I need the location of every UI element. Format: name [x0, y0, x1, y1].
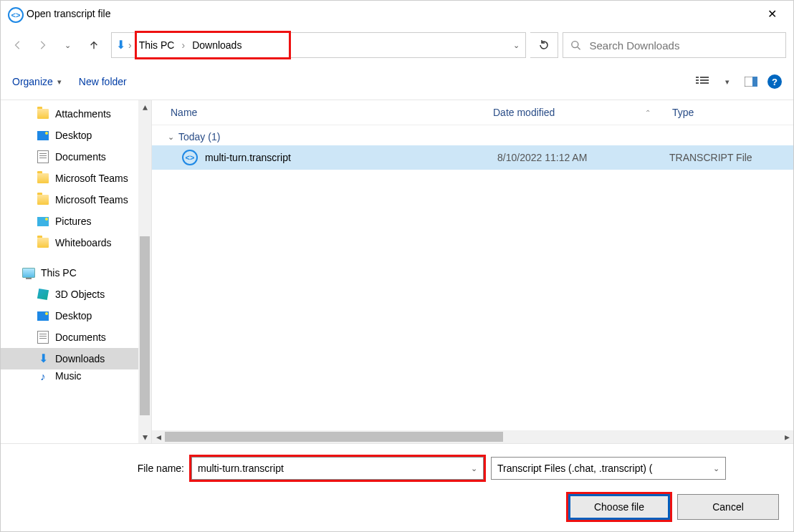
organize-button[interactable]: Organize▾ — [12, 76, 62, 87]
svg-point-0 — [572, 42, 578, 48]
file-type-filter[interactable]: Transcript Files (.chat, .transcript) ( … — [491, 457, 726, 480]
scroll-down-icon[interactable]: ▾ — [138, 430, 151, 443]
up-button[interactable] — [84, 35, 104, 55]
search-box[interactable] — [563, 32, 786, 58]
scroll-thumb[interactable] — [140, 236, 150, 415]
choose-file-button[interactable]: Choose file — [568, 494, 670, 520]
chevron-right-icon: › — [128, 39, 132, 51]
music-icon: ♪ — [37, 369, 49, 382]
back-button[interactable] — [8, 35, 28, 55]
search-icon — [570, 39, 580, 51]
view-dropdown[interactable]: ▾ — [717, 72, 736, 91]
group-today[interactable]: ⌄Today (1) — [152, 125, 793, 145]
search-input[interactable] — [588, 39, 785, 52]
nav-msteams[interactable]: Microsoft Teams — [1, 168, 151, 189]
window-title: Open transcript file — [27, 8, 757, 19]
close-icon[interactable]: ✕ — [757, 7, 786, 21]
nav-pc-documents[interactable]: Documents — [1, 327, 151, 348]
recent-dropdown[interactable]: ⌄ — [57, 35, 77, 55]
col-date[interactable]: Date modified⌃ — [486, 107, 665, 118]
new-folder-button[interactable]: New folder — [79, 76, 127, 87]
col-name[interactable]: Name — [152, 107, 486, 118]
downloads-icon: ⬇ — [116, 39, 125, 51]
scroll-left-icon[interactable]: ◂ — [152, 431, 165, 442]
nav-desktop[interactable]: Desktop — [1, 125, 151, 146]
nav-whiteboards[interactable]: Whiteboards — [1, 232, 151, 253]
transcript-file-icon: <> — [182, 150, 198, 165]
help-icon[interactable]: ? — [767, 74, 782, 89]
navigation-pane: Attachments Desktop Documents Microsoft … — [1, 100, 152, 443]
nav-attachments[interactable]: Attachments — [1, 103, 151, 125]
nav-scrollbar[interactable]: ▴ ▾ — [138, 100, 151, 443]
annotation-breadcrumb-highlight — [135, 31, 291, 59]
chevron-down-icon[interactable]: ⌄ — [471, 464, 477, 473]
forward-button[interactable] — [32, 35, 52, 55]
chevron-down-icon[interactable]: ⌄ — [713, 464, 719, 473]
cancel-button[interactable]: Cancel — [677, 494, 779, 520]
chevron-down-icon: ⌄ — [168, 132, 174, 142]
nav-pictures[interactable]: Pictures — [1, 211, 151, 232]
svg-rect-9 — [752, 77, 757, 87]
filename-input[interactable]: multi-turn.transcript ⌄ — [191, 457, 484, 480]
preview-pane-icon[interactable] — [742, 72, 760, 91]
nav-thispc[interactable]: This PC — [1, 262, 151, 284]
nav-pc-downloads[interactable]: ⬇Downloads — [1, 348, 151, 369]
view-list-icon[interactable] — [693, 72, 712, 91]
svg-rect-5 — [700, 77, 709, 78]
hscroll-thumb[interactable] — [165, 432, 503, 442]
file-name: multi-turn.transcript — [205, 152, 291, 163]
nav-pc-desktop[interactable]: Desktop — [1, 305, 151, 327]
refresh-button[interactable] — [530, 32, 558, 58]
nav-3dobjects[interactable]: 3D Objects — [1, 284, 151, 305]
svg-rect-7 — [700, 82, 709, 84]
address-bar[interactable]: ⬇ › This PC › Downloads ⌄ — [111, 32, 526, 58]
filename-label: File name: — [12, 463, 184, 474]
file-row[interactable]: <>multi-turn.transcript 8/10/2022 11:12 … — [152, 145, 793, 170]
download-icon: ⬇ — [37, 352, 49, 365]
sort-indicator-icon: ⌃ — [645, 109, 651, 117]
file-date: 8/10/2022 11:12 AM — [497, 152, 669, 163]
svg-rect-2 — [696, 77, 699, 78]
file-type: TRANSCRIPT File — [669, 152, 793, 163]
column-headers: Name Date modified⌃ Type — [152, 100, 793, 125]
list-hscrollbar[interactable]: ◂ ▸ — [152, 430, 793, 443]
nav-pc-music[interactable]: ♪Music — [1, 369, 151, 382]
app-icon: <> — [8, 7, 21, 20]
nav-msteams-2[interactable]: Microsoft Teams — [1, 189, 151, 211]
scroll-up-icon[interactable]: ▴ — [138, 100, 151, 113]
chevron-down-icon: ▾ — [57, 77, 62, 87]
svg-rect-6 — [700, 79, 709, 81]
svg-rect-4 — [696, 82, 699, 84]
scroll-right-icon[interactable]: ▸ — [780, 431, 793, 442]
chevron-down-icon[interactable]: ⌄ — [513, 41, 520, 50]
svg-line-1 — [578, 47, 580, 50]
svg-rect-3 — [696, 79, 699, 81]
nav-documents[interactable]: Documents — [1, 146, 151, 168]
col-type[interactable]: Type — [665, 107, 793, 118]
